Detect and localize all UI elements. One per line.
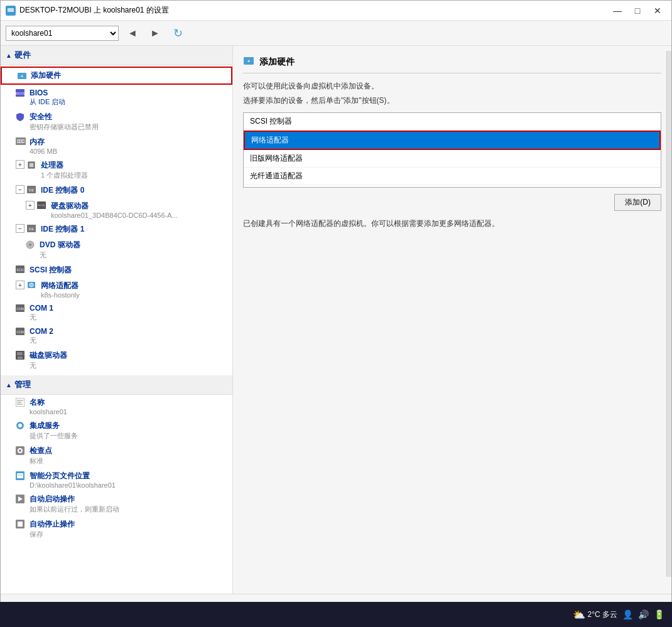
svg-rect-11 — [23, 141, 24, 142]
hdd-label: 硬盘驱动器 — [51, 201, 178, 212]
hardware-chevron: ▲ — [6, 52, 12, 59]
autostart-sub: 如果以前运行过，则重新启动 — [30, 505, 119, 514]
ide1-icon: IDE — [27, 225, 37, 235]
add-hardware-icon: + — [17, 71, 27, 81]
processor-expand[interactable]: + — [16, 160, 24, 169]
hardware-section-label: 硬件 — [14, 50, 31, 61]
sidebar-item-autostart[interactable]: 自动启动操作 如果以前运行过，则重新启动 — [1, 491, 232, 517]
forward-button[interactable]: ► — [146, 24, 164, 42]
sidebar-item-integration[interactable]: 集成服务 提供了一些服务 — [1, 418, 232, 443]
refresh-button[interactable]: ↻ — [169, 24, 187, 42]
network-icon — [27, 281, 37, 291]
autostart-icon — [16, 495, 26, 505]
panel-desc2: 选择要添加的设备，然后单击"添加"按钮(S)。 — [243, 95, 661, 106]
smartpaging-icon — [16, 471, 26, 481]
svg-point-45 — [19, 449, 21, 452]
management-section-header[interactable]: ▲ 管理 — [1, 375, 232, 395]
svg-rect-36 — [18, 356, 23, 359]
management-section-label: 管理 — [14, 379, 31, 390]
com1-sub: 无 — [30, 313, 53, 322]
name-icon — [16, 398, 26, 408]
right-edge-scrollbar[interactable] — [666, 51, 671, 577]
sidebar-item-smartpaging[interactable]: 智能分页文件位置 D:\koolshare01\koolshare01 — [1, 468, 232, 491]
sidebar-item-bios[interactable]: BIOS BIOS 从 IDE 启动 — [1, 86, 232, 109]
window-title: DESKTOP-T2MOUBI 上 koolshare01 的设置 — [19, 5, 609, 16]
name-content: 名称 koolshare01 — [30, 397, 67, 415]
floppy-sub: 无 — [30, 361, 67, 370]
security-sub: 密钥存储驱动器已禁用 — [30, 122, 99, 132]
scsi-icon: SCSI — [16, 265, 26, 276]
svg-rect-52 — [18, 522, 23, 527]
taskbar: ⛅ 2°C 多云 👤 🔊 🔋 — [0, 602, 672, 627]
device-item-network[interactable]: 网络适配器 — [244, 131, 661, 150]
window-icon — [6, 6, 16, 16]
sidebar-item-name[interactable]: 名称 koolshare01 — [1, 395, 232, 418]
smartpaging-label: 智能分页文件位置 — [30, 471, 116, 481]
sidebar-item-network[interactable]: + 网络适配器 k8s-hostonly — [1, 278, 232, 301]
floppy-label: 磁盘驱动器 — [30, 350, 67, 361]
svg-rect-1 — [8, 8, 14, 12]
hdd-expand[interactable]: + — [26, 201, 35, 210]
sidebar-item-add-hardware[interactable]: + 添加硬件 — [1, 67, 232, 85]
add-btn-row: 添加(D) — [243, 194, 661, 211]
device-item-fiber-net[interactable]: 光纤通道适配器 — [244, 168, 661, 185]
sidebar-item-floppy[interactable]: 磁盘驱动器 无 — [1, 348, 232, 373]
sound-icon: 🔊 — [638, 609, 649, 619]
sidebar-item-security[interactable]: 安全性 密钥存储驱动器已禁用 — [1, 109, 232, 134]
weather-text: 2°C 多云 — [588, 609, 617, 620]
sidebar-item-scsi[interactable]: SCSI SCSI 控制器 — [1, 262, 232, 278]
add-device-button[interactable]: 添加(D) — [614, 194, 661, 211]
checkpoint-content: 检查点 标准 — [30, 446, 52, 466]
sidebar-item-memory[interactable]: 内存 4096 MB — [1, 134, 232, 158]
back-button[interactable]: ◄ — [124, 24, 141, 42]
sidebar-item-hdd[interactable]: + 硬盘驱动器 koolshare01_3D4B84C0-DC6D-4456-A… — [1, 198, 232, 222]
maximize-button[interactable]: □ — [629, 4, 646, 17]
device-item-legacy-net[interactable]: 旧版网络适配器 — [244, 150, 661, 168]
network-expand[interactable]: + — [16, 281, 24, 289]
network-label: 网络适配器 — [41, 281, 80, 291]
close-button[interactable]: ✕ — [649, 4, 666, 17]
device-list: SCSI 控制器 网络适配器 旧版网络适配器 光纤通道适配器 — [243, 112, 661, 188]
minimize-button[interactable]: — — [609, 4, 626, 17]
scsi-label: SCSI 控制器 — [30, 265, 72, 276]
svg-text:COM: COM — [16, 307, 24, 311]
taskbar-icons: 👤 🔊 🔋 — [622, 609, 664, 619]
ide0-expand[interactable]: − — [16, 185, 24, 194]
checkpoint-icon — [16, 446, 26, 456]
memory-content: 内存 4096 MB — [30, 137, 57, 155]
dvd-sub: 无 — [40, 250, 80, 260]
svg-rect-9 — [18, 141, 19, 142]
processor-sub: 1 个虚拟处理器 — [41, 171, 88, 180]
sidebar-item-com1[interactable]: COM COM 1 无 — [1, 301, 232, 324]
hdd-sub: koolshare01_3D4B84C0-DC6D-4456-A... — [51, 212, 178, 219]
svg-point-22 — [29, 244, 31, 246]
sidebar-item-com2[interactable]: COM COM 2 无 — [1, 324, 232, 348]
sidebar-item-checkpoint[interactable]: 检查点 标准 — [1, 443, 232, 468]
sidebar-item-dvd[interactable]: DVD 驱动器 无 — [1, 237, 232, 262]
svg-point-42 — [18, 424, 22, 427]
memory-sub: 4096 MB — [30, 147, 57, 155]
autostop-icon — [16, 520, 26, 530]
add-hardware-label: 添加硬件 — [31, 70, 61, 81]
device-item-scsi[interactable]: SCSI 控制器 — [244, 113, 661, 131]
com2-label: COM 2 — [30, 327, 53, 336]
ide1-expand[interactable]: − — [16, 224, 24, 233]
autostop-content: 自动停止操作 保存 — [30, 519, 75, 539]
hardware-section-header[interactable]: ▲ 硬件 — [1, 46, 232, 65]
com1-content: COM 1 无 — [30, 304, 53, 322]
sidebar-item-processor[interactable]: + 处理器 1 个虚拟处理器 — [1, 158, 232, 183]
ide1-label: IDE 控制器 1 — [41, 224, 84, 235]
integration-sub: 提供了一些服务 — [30, 431, 78, 441]
sidebar-item-autostop[interactable]: 自动停止操作 保存 — [1, 517, 232, 542]
network-sub: k8s-hostonly — [41, 291, 80, 299]
vm-select[interactable]: koolshare01 — [6, 26, 119, 41]
right-panel: + 添加硬件 你可以使用此设备向虚拟机中添加设备。 选择要添加的设备，然后单击"… — [233, 46, 671, 594]
panel-title-text: 添加硬件 — [259, 56, 295, 68]
svg-rect-47 — [17, 473, 23, 478]
main-window: DESKTOP-T2MOUBI 上 koolshare01 的设置 — □ ✕ … — [0, 0, 672, 603]
sidebar-item-ide1[interactable]: − IDE IDE 控制器 1 — [1, 222, 232, 237]
memory-icon — [16, 137, 26, 147]
sidebar-item-ide0[interactable]: − IDE IDE 控制器 0 — [1, 183, 232, 198]
com1-label: COM 1 — [30, 304, 53, 313]
svg-text:IDE: IDE — [29, 227, 35, 231]
